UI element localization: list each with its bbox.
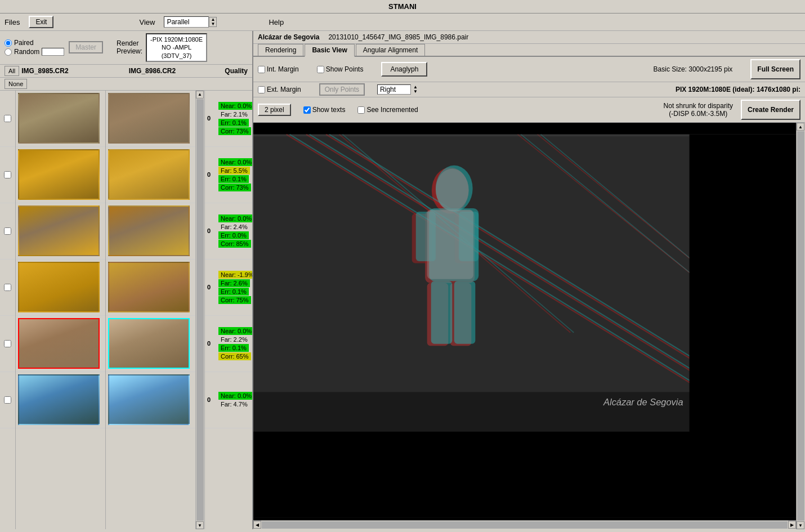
col2-header: IMG_8986.CR2 xyxy=(129,67,217,75)
tab-rendering[interactable]: Rendering xyxy=(258,44,303,56)
anaglyph-button[interactable]: Anaglyph xyxy=(381,62,427,77)
left-thumb-4[interactable] xyxy=(18,262,100,312)
show-texts-label[interactable]: Show texts xyxy=(303,106,346,114)
full-screen-button[interactable]: Full Screen xyxy=(750,59,800,79)
img-scroll-left[interactable]: ◀ xyxy=(253,521,261,529)
row3-check-left[interactable] xyxy=(4,227,11,235)
right-thumb-2[interactable] xyxy=(108,149,190,200)
create-render-button[interactable]: Create Render xyxy=(741,100,800,120)
exit-button[interactable]: Exit xyxy=(29,16,53,28)
app-title: STMANI xyxy=(388,2,417,11)
quality-column: 0 Near: 0.0% Far: 2.1% Err: 0.1% Corr: 7… xyxy=(205,91,252,529)
right-spinner: ▲ ▼ xyxy=(377,84,419,95)
right-thumb-row-3[interactable] xyxy=(106,203,195,260)
q-num-5: 0 xyxy=(207,340,211,347)
all-button[interactable]: All xyxy=(5,66,19,76)
q-near-4: Near: -1.9% xyxy=(218,271,252,279)
tab-basic-view[interactable]: Basic View xyxy=(305,44,354,57)
right-input[interactable] xyxy=(377,84,411,95)
view-down-arrow[interactable]: ▼ xyxy=(209,22,216,26)
left-checkboxes xyxy=(0,91,16,529)
pair-file-label: 20131010_145647_IMG_8985_IMG_8986.pair xyxy=(328,33,468,41)
img-scroll-right[interactable]: ▶ xyxy=(788,521,796,529)
left-thumb-row-5[interactable] xyxy=(16,316,105,372)
disp-info: Not shrunk for disparity (-DISP 6.0M:-3.… xyxy=(664,102,733,118)
render-value: -PIX 1920M:1080E NO -AMPL (3DTV_37) xyxy=(146,33,207,62)
random-radio-label[interactable]: Random xyxy=(5,48,64,56)
q-err-2: Err: 0.1% xyxy=(218,175,249,183)
see-incremented-check[interactable] xyxy=(357,106,365,114)
show-points-text: Show Points xyxy=(326,65,364,73)
q-num-1: 0 xyxy=(207,115,211,122)
scroll-up[interactable]: ▲ xyxy=(196,91,204,99)
pixel-button[interactable]: 2 pixel xyxy=(258,104,291,116)
paired-radio-label[interactable]: Paired xyxy=(5,39,64,47)
q-near-6: Near: 0.0% xyxy=(218,392,252,400)
right-thumb-row-1[interactable] xyxy=(106,91,195,147)
files-menu[interactable]: Files xyxy=(5,18,20,26)
random-radio[interactable] xyxy=(5,48,12,56)
right-thumb-4[interactable] xyxy=(108,262,190,312)
img-scroll-h-thumb xyxy=(262,521,788,529)
scroll-down[interactable]: ▼ xyxy=(196,521,204,529)
right-thumb-5[interactable] xyxy=(108,318,190,369)
paired-radio[interactable] xyxy=(5,39,12,47)
left-thumb-1[interactable] xyxy=(18,93,100,144)
row6-check-left[interactable] xyxy=(4,396,11,404)
tab-angular-alignment[interactable]: Angular Alignment xyxy=(356,44,425,56)
show-points-check[interactable] xyxy=(317,66,324,73)
right-thumb-6[interactable] xyxy=(108,374,190,425)
left-thumb-5[interactable] xyxy=(18,318,100,369)
help-menu[interactable]: Help xyxy=(269,18,284,26)
location-label: Alcázar de Segovia xyxy=(258,33,319,41)
image-scrollbar-v[interactable]: ▲ ▼ xyxy=(796,123,805,529)
q-far-3: Far: 2.4% xyxy=(218,223,250,231)
left-thumb-row-6[interactable] xyxy=(16,372,105,428)
int-margin-label[interactable]: Int. Margin xyxy=(258,65,299,73)
left-thumb-row-4[interactable] xyxy=(16,260,105,316)
quality-row-6: 0 Near: 0.0% Far: 4.7% xyxy=(205,372,252,428)
right-thumb-row-5[interactable] xyxy=(106,316,195,372)
quality-row-4: 0 Near: -1.9% Far: 2.6% Err: 0.1% Corr: … xyxy=(205,260,252,316)
right-down[interactable]: ▼ xyxy=(412,90,419,94)
img-scroll-down[interactable]: ▼ xyxy=(797,521,804,529)
left-thumb-row-3[interactable] xyxy=(16,203,105,260)
show-texts-check[interactable] xyxy=(303,106,311,114)
left-thumb-6[interactable] xyxy=(18,374,100,425)
q-near-1: Near: 0.0% xyxy=(218,102,252,110)
row4-check-left[interactable] xyxy=(4,284,11,291)
main-content: Paired Random Master RenderPreview: -PIX… xyxy=(0,31,805,529)
ext-margin-label[interactable]: Ext. Margin xyxy=(258,86,301,93)
view-input[interactable] xyxy=(164,16,209,28)
master-button: Master xyxy=(69,41,103,53)
row2-check-left[interactable] xyxy=(4,171,11,178)
see-incremented-label[interactable]: See Incremented xyxy=(357,106,418,114)
row1-check-left[interactable] xyxy=(4,115,11,122)
svg-rect-18 xyxy=(431,281,453,343)
q-err-4: Err: 0.1% xyxy=(218,288,249,296)
left-thumb-2[interactable] xyxy=(18,149,100,200)
right-panel: Alcázar de Segovia 20131010_145647_IMG_8… xyxy=(253,31,805,529)
left-thumb-row-1[interactable] xyxy=(16,91,105,147)
row5-check-left[interactable] xyxy=(4,340,11,347)
scroll-thumb xyxy=(196,99,204,521)
right-thumb-row-6[interactable] xyxy=(106,372,195,428)
q-err-5: Err: 0.1% xyxy=(218,344,249,352)
random-input[interactable] xyxy=(42,48,64,56)
right-thumb-row-4[interactable] xyxy=(106,260,195,316)
left-thumb-row-2[interactable] xyxy=(16,147,105,203)
none-button[interactable]: None xyxy=(5,79,27,89)
show-points-label[interactable]: Show Points xyxy=(317,65,364,73)
right-thumb-3[interactable] xyxy=(108,205,190,256)
left-thumb-3[interactable] xyxy=(18,205,100,256)
right-thumb-1[interactable] xyxy=(108,93,190,144)
image-scrollbar-h[interactable]: ◀ ▶ xyxy=(253,520,796,529)
q-near-2: Near: 0.0% xyxy=(218,158,252,166)
img-scroll-up[interactable]: ▲ xyxy=(797,123,804,131)
right-thumb-row-2[interactable] xyxy=(106,147,195,203)
col1-header: IMG_8985.CR2 xyxy=(21,67,110,75)
ext-margin-check[interactable] xyxy=(258,86,265,93)
thumb-scrollbar[interactable]: ▲ ▼ xyxy=(196,91,205,529)
int-margin-check[interactable] xyxy=(258,66,265,73)
q-err-3: Err: 0.0% xyxy=(218,231,249,239)
